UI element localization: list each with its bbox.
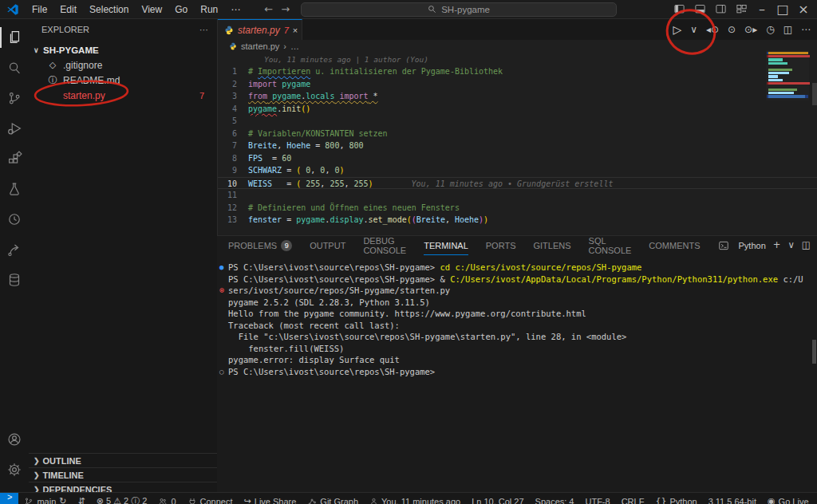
plus-icon[interactable]: + [773,241,781,250]
maximize-icon[interactable]: □ [774,2,791,17]
next-change-icon[interactable]: ⊙▸ [744,25,757,34]
breadcrumb[interactable]: starten.py › … [218,40,817,52]
terminal-box-icon[interactable] [718,240,729,251]
layout-grid-icon[interactable] [732,2,750,17]
activity-settings[interactable] [0,455,29,485]
tab-starten-py[interactable]: starten.py 7 × [218,19,302,40]
run-button[interactable]: ▷ [673,24,681,35]
status-label: UTF-8 [585,497,610,504]
remote-indicator[interactable]: >< [0,493,18,504]
activity-account[interactable] [0,424,29,455]
activity-explorer[interactable] [0,22,29,53]
history-icon[interactable]: ◷ [766,25,774,34]
panel-tab-gitlens[interactable]: GITLENS [533,236,570,255]
tab-close-icon[interactable]: × [293,26,298,35]
status-label: 3.11.5 64-bit [708,497,756,504]
panel-tab-comments[interactable]: COMMENTS [649,236,700,255]
status-liveshare-participants[interactable]: 0 [152,493,181,504]
close-icon[interactable]: × [795,2,812,17]
command-center-search[interactable]: SH-pygame [301,2,617,17]
code-line-12[interactable]: 12# Definieren und Öffnen eines neuen Fe… [218,202,817,215]
prev-change-icon[interactable]: ◂⊙ [706,25,719,34]
activity-testing[interactable] [0,174,29,204]
menu-file[interactable]: File [26,4,53,15]
activity-source-control[interactable] [0,83,29,113]
code-line-7[interactable]: 7Breite, Hoehe = 800, 800 [218,140,817,152]
status-git-branch[interactable]: main↻ [18,493,72,504]
activity-extensions[interactable] [0,144,29,174]
more-icon[interactable]: ⋯ [801,25,811,34]
menu-selection[interactable]: Selection [83,4,135,15]
status-indentation[interactable]: Spaces: 4 [530,493,580,504]
section-outline[interactable]: ❯OUTLINE [29,453,217,467]
section-timeline[interactable]: ❯TIMELINE [29,467,217,482]
chevron-down-icon[interactable]: ∨ [787,241,794,250]
status-gitlens-blame[interactable]: You, 11 minutes ago [364,493,466,504]
code-line-3[interactable]: 3from pygame.locals import * [218,90,817,103]
panel-tab-problems[interactable]: PROBLEMS9 [228,236,292,255]
code-line-6[interactable]: 6# Variablen/KONSTANTEN setzen [218,128,817,140]
status-git-graph[interactable]: Git Graph [302,493,364,504]
file--gitignore[interactable]: ◇.gitignore [29,57,217,73]
menu-[interactable]: ⋯ [224,4,247,15]
minimize-icon[interactable]: – [753,2,771,17]
terminal-scrollbar-thumb[interactable] [812,340,816,364]
status-quokka[interactable]: ◆Quokka [815,493,817,504]
activity-search[interactable] [0,53,29,83]
code-editor[interactable]: You, 11 minutes ago | 1 author (You) 1# … [218,52,817,226]
menu-edit[interactable]: Edit [53,4,83,15]
activity-gitlens[interactable] [0,204,29,234]
status-cursor-position[interactable]: Ln 10, Col 27 [466,493,529,504]
panel-tab-output[interactable]: OUTPUT [310,236,345,255]
status-python-version[interactable]: 3.11.5 64-bit [703,493,762,504]
minimap-line [767,95,808,97]
sidebar-more-icon[interactable]: ⋯ [199,25,209,35]
python-file-icon [224,26,234,35]
gitignore-icon: ◇ [46,61,59,69]
status-branch-compare[interactable]: ⇵ [73,493,91,504]
minimap[interactable] [766,50,809,100]
status-encoding[interactable]: UTF-8 [579,493,615,504]
layout-panel-icon[interactable] [691,2,708,17]
menu-run[interactable]: Run [194,4,224,15]
panel-tab-sql-console[interactable]: SQL CONSOLE [589,236,632,255]
code-line-10[interactable]: 10WEISS = ( 255, 255, 255)You, 11 minute… [218,177,817,190]
code-line-8[interactable]: 8FPS = 60 [218,152,817,165]
activity-database[interactable] [0,265,29,295]
code-line-11[interactable]: 11 [218,189,817,202]
tree-root-folder[interactable]: ∨SH-PYGAME [29,43,217,57]
layout-sidebar-left-icon[interactable] [670,2,688,17]
code-line-1[interactable]: 1# Importieren u. initialisieren der Pyg… [218,65,817,78]
editor-scrollbar-thumb[interactable] [812,83,817,105]
panel-tab-debug-console[interactable]: DEBUG CONSOLE [363,236,406,255]
terminal-profile-label[interactable]: Python [739,241,766,250]
panel-tab-terminal[interactable]: TERMINAL [424,236,468,255]
menu-view[interactable]: View [135,4,168,15]
nav-forward-icon[interactable]: → [281,4,290,14]
activity-run-debug[interactable] [0,113,29,144]
nav-back-icon[interactable]: ← [264,4,273,14]
terminal[interactable]: ●PS C:\Users\ivost\source\repos\SH-pygam… [217,255,817,377]
code-line-2[interactable]: 2import pygame [218,78,817,91]
menu-go[interactable]: Go [168,4,194,15]
code-line-5[interactable]: 5 [218,115,817,128]
file-README-md[interactable]: ⓘREADME.md [29,73,217,88]
file-starten-py[interactable]: starten.py7 [29,88,217,103]
code-line-13[interactable]: 13fenster = pygame.display.set_mode((Bre… [218,214,817,226]
panel-tab-ports[interactable]: PORTS [486,236,516,255]
status-language-mode[interactable]: {}Python [649,493,702,504]
status-problems-summary[interactable]: ⊗ 5 ⚠ 2 ⓘ 2 [91,493,153,504]
code-line-9[interactable]: 9SCHWARZ = ( 0, 0, 0) [218,164,817,177]
file-tree: ∨SH-PYGAME◇.gitignoreⓘREADME.mdstarten.p… [29,40,217,103]
layout-sidebar-right-icon[interactable] [712,2,729,17]
split-icon[interactable]: ◫ [783,25,792,34]
chevron-down-icon[interactable]: ∨ [690,25,697,34]
status-live-share[interactable]: ↪Live Share [239,493,302,504]
status-sql-connect[interactable]: Connect [182,493,239,504]
status-go-live[interactable]: ◉Go Live [762,493,815,504]
split-icon[interactable]: ◫ [802,241,811,250]
status-eol[interactable]: CRLF [616,493,650,504]
changes-icon[interactable]: ⊙ [728,25,736,34]
code-line-4[interactable]: 4pygame.init() [218,103,817,116]
activity-live-share[interactable] [0,234,29,265]
